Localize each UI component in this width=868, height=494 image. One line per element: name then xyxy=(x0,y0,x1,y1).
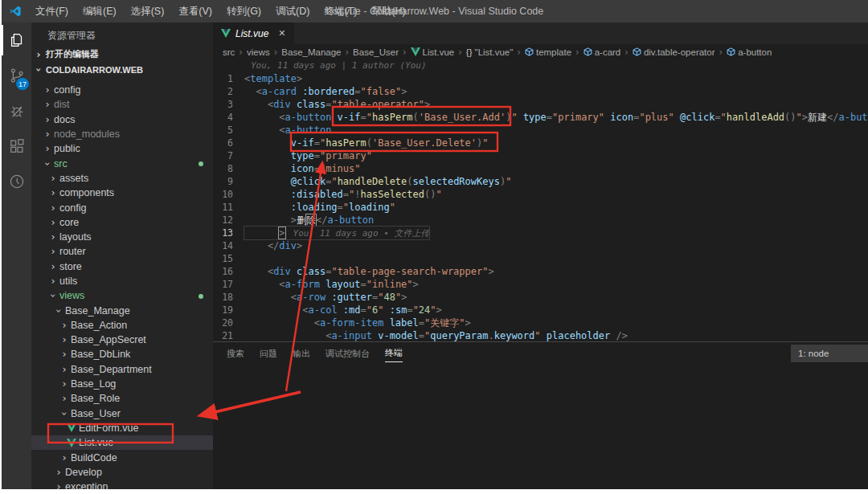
menu-item-1[interactable]: 编辑(E) xyxy=(76,5,124,18)
tree-item-Base_Log[interactable]: ›Base_Log xyxy=(31,377,213,391)
code-line-8[interactable]: 8 icon="minus" xyxy=(213,162,868,175)
gitlens-inline-blame: You, 11 days ago • 文件上传 xyxy=(293,228,430,239)
git-modified-dot xyxy=(199,161,203,166)
chevron-right-icon: › xyxy=(49,247,57,255)
tab-list-vue[interactable]: List.vue ✕ xyxy=(213,22,294,44)
tree-item-label: config xyxy=(59,202,86,214)
panel-tab-搜索[interactable]: 搜索 xyxy=(227,345,244,362)
code-editor[interactable]: You, 11 days ago | 1 author (You) 1<temp… xyxy=(213,59,868,341)
tree-item-Base_User[interactable]: ›Base_User xyxy=(31,406,213,421)
code-line-1[interactable]: 1<template> xyxy=(213,72,868,85)
code-line-20[interactable]: 20 <a-form-item label="关键字"> xyxy=(213,316,868,329)
open-editors-header[interactable]: › 打开的编辑器 xyxy=(31,47,213,62)
panel-tab-输出[interactable]: 输出 xyxy=(293,345,310,362)
breadcrumb-item-Base_Manage[interactable]: Base_Manage xyxy=(281,47,341,57)
vue-icon xyxy=(67,439,76,447)
code-line-7[interactable]: 7 type="primary" xyxy=(213,149,868,162)
code-line-19[interactable]: 19 <a-col :md="6" :sm="24"> xyxy=(213,304,868,316)
tree-item-components[interactable]: ›components xyxy=(31,186,213,200)
menu-item-2[interactable]: 选择(S) xyxy=(124,5,172,18)
tree-item-node_modules[interactable]: ›node_modules xyxy=(31,127,213,141)
breadcrumb-item-div-table-operator[interactable]: div.table-operator xyxy=(633,47,715,57)
tree-item-public[interactable]: ›public xyxy=(31,141,213,156)
files-icon[interactable] xyxy=(2,22,31,58)
tree-item-config[interactable]: ›config xyxy=(31,83,213,97)
tree-item-dist[interactable]: ›dist xyxy=(31,97,213,112)
terminal-selector-dropdown[interactable]: 1: node xyxy=(791,345,868,362)
tree-item-Develop[interactable]: ›Develop xyxy=(31,465,213,480)
tree-item-BuildCode[interactable]: ›BuildCode xyxy=(31,450,213,464)
breadcrumb-separator-icon: › xyxy=(575,47,579,58)
panel-tab-调试控制台[interactable]: 调试控制台 xyxy=(326,345,370,362)
tree-item-Base_Manage[interactable]: ›Base_Manage xyxy=(31,303,213,317)
code-line-9[interactable]: 9 @click="handleDelete(selectedRowKeys)" xyxy=(213,175,868,188)
menu-item-0[interactable]: 文件(F) xyxy=(28,5,76,18)
code-line-17[interactable]: 17 <a-form layout="inline"> xyxy=(213,278,868,291)
code-line-14[interactable]: 14 </div> xyxy=(213,239,868,252)
code-line-18[interactable]: 18 <a-row :gutter="48"> xyxy=(213,291,868,304)
breadcrumb-separator-icon: › xyxy=(624,47,628,58)
source-control-icon[interactable]: 17 xyxy=(2,58,31,93)
tree-item-utils[interactable]: ›utils xyxy=(31,274,213,288)
tree-item-label: EditForm.vue xyxy=(79,423,138,434)
chevron-right-icon: › xyxy=(60,336,68,344)
tree-item-label: exception xyxy=(65,481,108,489)
chevron-down-icon: › xyxy=(49,292,57,300)
tree-item-Base_AppSecret[interactable]: ›Base_AppSecret xyxy=(31,333,213,347)
editor-region: List.vue ✕ src›views›Base_Manage›Base_Us… xyxy=(213,22,868,489)
tree-item-core[interactable]: ›core xyxy=(31,215,213,230)
tree-item-Base_DbLink[interactable]: ›Base_DbLink xyxy=(31,347,213,361)
code-line-11[interactable]: 11 :loading="loading" xyxy=(213,201,868,214)
code-line-4[interactable]: 4 <a-button v-if="hasPerm('Base_User.Add… xyxy=(213,111,868,124)
code-line-15[interactable]: 15 xyxy=(213,252,868,265)
menu-item-3[interactable]: 查看(V) xyxy=(171,5,219,18)
code-line-5[interactable]: 5 <a-button xyxy=(213,124,868,137)
code-line-13[interactable]: 13 >You, 11 days ago • 文件上传 xyxy=(213,227,868,239)
code-line-3[interactable]: 3 <div class="table-operator"> xyxy=(213,98,868,111)
code-line-6[interactable]: 6 v-if="hasPerm('Base_User.Delete')" xyxy=(213,137,868,149)
panel-tab-终端[interactable]: 终端 xyxy=(385,344,403,362)
tree-item-assets[interactable]: ›assets xyxy=(31,171,213,186)
tree-item-label: store xyxy=(59,261,82,272)
panel-tab-问题[interactable]: 问题 xyxy=(260,345,277,362)
close-icon[interactable]: ✕ xyxy=(278,28,285,39)
tree-item-exception[interactable]: ›exception xyxy=(31,480,213,489)
tree-item-layouts[interactable]: ›layouts xyxy=(31,230,213,244)
breadcrumb-item-List-vue[interactable]: List.vue xyxy=(411,47,455,57)
tree-item-Base_Action[interactable]: ›Base_Action xyxy=(31,318,213,333)
debug-icon[interactable] xyxy=(2,93,31,129)
breadcrumb-separator-icon: › xyxy=(346,47,350,58)
tree-item-label: docs xyxy=(54,114,75,125)
workspace-header[interactable]: › COLDAIRARROW.WEB xyxy=(31,62,213,77)
tree-item-List-vue[interactable]: List.vue xyxy=(31,435,213,450)
breadcrumb-separator-icon: › xyxy=(517,47,521,58)
tree-item-docs[interactable]: ›docs xyxy=(31,112,213,127)
code-line-16[interactable]: 16 <div class="table-page-search-wrapper… xyxy=(213,265,868,278)
breadcrumb-item-src[interactable]: src xyxy=(223,47,235,57)
line-number: 18 xyxy=(213,291,233,304)
code-line-2[interactable]: 2 <a-card :bordered="false"> xyxy=(213,85,868,98)
menu-item-4[interactable]: 转到(G) xyxy=(219,5,268,18)
tree-item-Base_Department[interactable]: ›Base_Department xyxy=(31,362,213,377)
breadcrumb-item-Base_User[interactable]: Base_User xyxy=(353,47,399,57)
code-lines: 1<template>2 <a-card :bordered="false">3… xyxy=(213,72,868,341)
clock-icon[interactable] xyxy=(2,164,31,199)
tree-item-config[interactable]: ›config xyxy=(31,200,213,214)
code-line-12[interactable]: 12 >删除</a-button xyxy=(213,214,868,227)
breadcrumb-item--List-vue-[interactable]: {}"List.vue" xyxy=(466,47,513,57)
tree-item-router[interactable]: ›router xyxy=(31,244,213,259)
code-line-21[interactable]: 21 <a-input v-model="queryParam.keyword"… xyxy=(213,329,868,341)
chevron-right-icon: › xyxy=(49,204,57,212)
breadcrumb-item-views[interactable]: views xyxy=(247,47,270,57)
tree-item-store[interactable]: ›store xyxy=(31,259,213,274)
extensions-icon[interactable] xyxy=(2,129,31,164)
tree-item-EditForm-vue[interactable]: EditForm.vue xyxy=(31,421,213,435)
breadcrumb-item-template[interactable]: template xyxy=(525,47,571,57)
tree-item-views[interactable]: ›views xyxy=(31,288,213,303)
tree-item-src[interactable]: ›src xyxy=(31,156,213,170)
tree-item-Base_Role[interactable]: ›Base_Role xyxy=(31,391,213,406)
breadcrumb-item-a-card[interactable]: a-card xyxy=(583,47,621,57)
menu-item-5[interactable]: 调试(D) xyxy=(268,5,317,18)
breadcrumb-item-a-button[interactable]: a-button xyxy=(727,47,772,57)
code-line-10[interactable]: 10 :disabled="!hasSelected()" xyxy=(213,188,868,201)
